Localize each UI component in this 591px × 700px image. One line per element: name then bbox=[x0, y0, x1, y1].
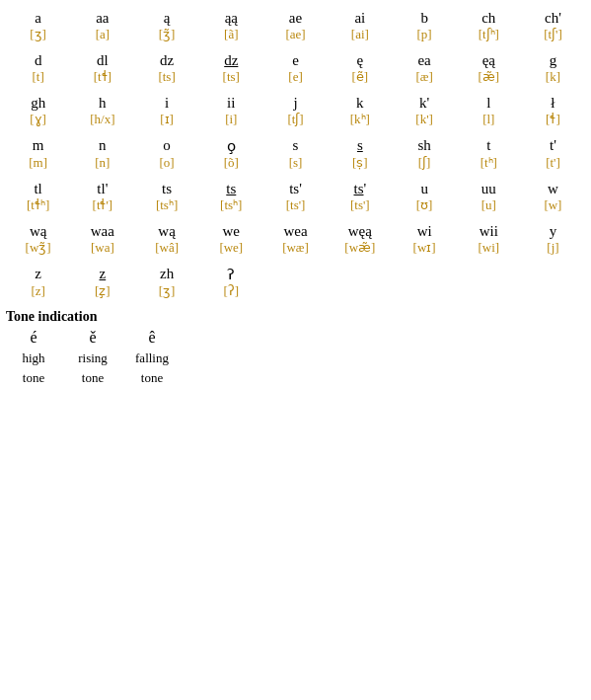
letter-row-6: wą waa wą we wea węą wi wii y bbox=[6, 217, 585, 240]
tone-table: é ě ê high rising falling tone tone tone bbox=[6, 327, 184, 388]
ipa-row-2: [t] [tɬ] [ts] [ts] [e] [ẽ] [æ] [æ̃] [k] bbox=[6, 69, 585, 89]
cell-aa-ogonek: ąą bbox=[199, 4, 263, 27]
cell-aa: aa bbox=[70, 4, 134, 27]
ipa-row-4: [m] [n] [o] [õ] [s] [ṣ] [ʃ] [tʰ] [t'] bbox=[6, 155, 585, 175]
tone-section: Tone indication é ě ê high rising fallin… bbox=[6, 309, 585, 388]
letter-row-4: m n o o̧ s s sh t t' bbox=[6, 131, 585, 155]
tone-title: Tone indication bbox=[6, 309, 97, 324]
ipa-row-6: [wʒ̃] [wa] [wâ] [we] [wæ] [wæ̃] [wɪ] [wi… bbox=[6, 240, 585, 260]
cell-a: a bbox=[6, 4, 70, 27]
cell-ch: ch bbox=[457, 4, 521, 27]
tone-label-row-1: high rising falling bbox=[6, 349, 184, 368]
tone-label-row-2: tone tone tone bbox=[6, 368, 184, 388]
phonology-table: a aa ą ąą ae ai b ch ch' [ʒ] [a] [ʒ̃] [ã… bbox=[6, 4, 585, 303]
cell-a-ogonek: ą bbox=[134, 4, 198, 27]
letter-row-5: tl tl' ts ts ts' ts' u uu w bbox=[6, 175, 585, 197]
ipa-row-1: [ʒ] [a] [ʒ̃] [ã] [ae] [ai] [p] [tʃʰ] [tʃ… bbox=[6, 27, 585, 46]
letter-row-2: d dl dz dz e ę ea ęą g bbox=[6, 46, 585, 69]
cell-b: b bbox=[393, 4, 457, 27]
ipa-row-3: [ɣ] [h/x] [ɪ] [i] [tʃ] [kʰ] [k'] [l] [ɬ] bbox=[6, 112, 585, 131]
ipa-row-5: [tɬʰ] [tɬ'] [tsʰ] [tsʰ] [ts'] [ts'] [ʊ] … bbox=[6, 197, 585, 217]
tone-letter-row: é ě ê bbox=[6, 327, 184, 349]
cell-ae: ae bbox=[263, 4, 328, 27]
letter-row-3: gh h i ii j k k' l ł bbox=[6, 89, 585, 112]
letter-row-1: a aa ą ąą ae ai b ch ch' bbox=[6, 4, 585, 27]
letter-row-7: z z zh ʔ bbox=[6, 260, 585, 283]
cell-ai: ai bbox=[328, 4, 392, 27]
ipa-row-7: [z] [z̧] [ʒ] [ʔ] bbox=[6, 283, 585, 303]
cell-ch-apos: ch' bbox=[521, 4, 585, 27]
